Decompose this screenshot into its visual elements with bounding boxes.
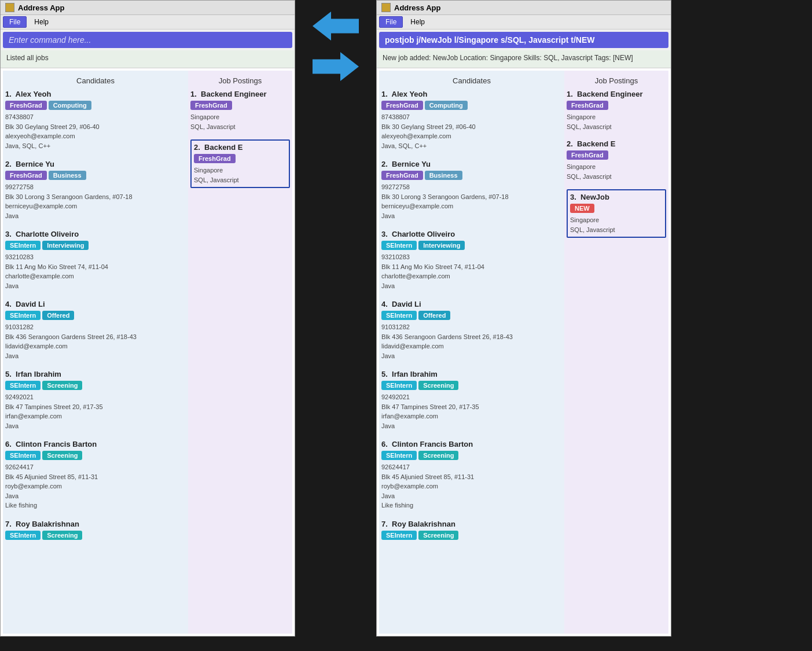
arrow-right-indicator bbox=[313, 52, 359, 81]
job-details: Singapore SQL, Javascript bbox=[567, 112, 666, 131]
candidate-item: 1. Alex Yeoh FreshGradComputing 87438807… bbox=[5, 90, 186, 150]
candidate-details: 91031282 Blk 436 Serangoon Gardens Stree… bbox=[381, 322, 562, 361]
right-candidates-col: Candidates 1. Alex Yeoh FreshGradComputi… bbox=[379, 71, 564, 634]
right-candidates-header: Candidates bbox=[381, 73, 562, 90]
job-tags: FreshGrad bbox=[567, 150, 666, 160]
tag-screening: Screening bbox=[418, 531, 458, 540]
tag-business: Business bbox=[49, 171, 86, 180]
candidate-item: 1. Alex Yeoh FreshGradComputing 87438807… bbox=[381, 90, 562, 150]
candidate-details: 87438807 Blk 30 Geylang Street 29, #06-4… bbox=[381, 112, 562, 150]
left-app-icon bbox=[5, 3, 14, 12]
arrow-area bbox=[295, 0, 376, 93]
candidate-details: 87438807 Blk 30 Geylang Street 29, #06-4… bbox=[5, 112, 186, 150]
tag-freshgrad: FreshGrad bbox=[381, 171, 423, 180]
tag-screening: Screening bbox=[42, 531, 82, 540]
candidate-name: 4. David Li bbox=[381, 300, 562, 308]
candidate-name: 1. Alex Yeoh bbox=[381, 90, 562, 98]
left-help-menu[interactable]: Help bbox=[28, 16, 55, 28]
tag-seintern: SEIntern bbox=[381, 311, 417, 320]
job-details: Singapore SQL, Javascript bbox=[194, 165, 286, 185]
tag-seintern: SEIntern bbox=[5, 531, 41, 540]
right-jobs-col: Job Postings 1. Backend Engineer FreshGr… bbox=[564, 71, 668, 634]
candidate-details: 99272758 Blk 30 Lorong 3 Serangoon Garde… bbox=[381, 182, 562, 220]
tag-seintern: SEIntern bbox=[5, 381, 41, 390]
job-item: 3. NewJob NEW Singapore SQL, Javascript bbox=[567, 189, 666, 238]
right-status-bar: New job added: NewJob Location: Singapor… bbox=[377, 50, 671, 68]
left-command-input[interactable] bbox=[9, 35, 286, 45]
candidate-tags: SEInternInterviewing bbox=[381, 241, 562, 250]
candidate-item: 3. Charlotte Oliveiro SEInternInterviewi… bbox=[5, 230, 186, 290]
job-name: 1. Backend Engineer bbox=[567, 90, 666, 98]
tag-seintern: SEIntern bbox=[381, 381, 417, 390]
left-arrow-icon bbox=[313, 12, 359, 41]
candidate-item: 5. Irfan Ibrahim SEInternScreening 92492… bbox=[5, 370, 186, 431]
candidate-tags: SEInternOffered bbox=[5, 311, 186, 320]
candidate-item: 6. Clinton Francis Barton SEInternScreen… bbox=[5, 440, 186, 510]
job-item: 2. Backend E FreshGrad Singapore SQL, Ja… bbox=[190, 139, 290, 188]
candidate-tags: SEInternScreening bbox=[5, 451, 186, 460]
candidate-item: 6. Clinton Francis Barton SEInternScreen… bbox=[381, 440, 562, 510]
tag-seintern: SEIntern bbox=[5, 311, 41, 320]
candidate-item: 4. David Li SEInternOffered 91031282 Blk… bbox=[381, 300, 562, 361]
left-jobs-list: 1. Backend Engineer FreshGrad Singapore … bbox=[190, 90, 290, 188]
job-item: 1. Backend Engineer FreshGrad Singapore … bbox=[190, 90, 290, 131]
tag-screening: Screening bbox=[42, 381, 82, 390]
job-tags: NEW bbox=[570, 204, 663, 213]
candidate-tags: SEInternScreening bbox=[381, 381, 562, 390]
candidate-name: 3. Charlotte Oliveiro bbox=[5, 230, 186, 238]
right-jobs-header: Job Postings bbox=[567, 73, 666, 90]
candidate-name: 5. Irfan Ibrahim bbox=[381, 370, 562, 378]
tag-interviewing: Interviewing bbox=[42, 241, 89, 250]
candidate-item: 4. David Li SEInternOffered 91031282 Blk… bbox=[5, 300, 186, 361]
main-container: Address App File Help Listed all jobs Ca… bbox=[0, 0, 812, 637]
candidate-tags: SEInternScreening bbox=[381, 451, 562, 460]
candidate-item: 3. Charlotte Oliveiro SEInternInterviewi… bbox=[381, 230, 562, 290]
tag-screening: Screening bbox=[42, 451, 82, 460]
job-name: 2. Backend E bbox=[567, 139, 666, 148]
candidate-details: 99272758 Blk 30 Lorong 3 Serangoon Garde… bbox=[5, 182, 186, 220]
left-title-bar: Address App bbox=[1, 1, 295, 15]
left-file-menu[interactable]: File bbox=[3, 16, 27, 28]
tag-computing: Computing bbox=[425, 101, 468, 110]
candidate-tags: SEInternScreening bbox=[5, 531, 186, 540]
job-item: 1. Backend Engineer FreshGrad Singapore … bbox=[567, 90, 666, 131]
tag-freshgrad: FreshGrad bbox=[567, 101, 608, 110]
left-status-bar: Listed all jobs bbox=[1, 50, 295, 68]
candidate-name: 6. Clinton Francis Barton bbox=[381, 440, 562, 448]
left-menu-bar: File Help bbox=[1, 15, 295, 30]
candidate-name: 3. Charlotte Oliveiro bbox=[381, 230, 562, 238]
left-jobs-header: Job Postings bbox=[190, 73, 290, 90]
candidate-tags: FreshGradBusiness bbox=[5, 171, 186, 180]
tag-seintern: SEIntern bbox=[5, 451, 41, 460]
tag-seintern: SEIntern bbox=[381, 241, 417, 250]
job-name: 2. Backend E bbox=[194, 143, 286, 152]
tag-seintern: SEIntern bbox=[381, 531, 417, 540]
candidate-name: 7. Roy Balakrishnan bbox=[381, 520, 562, 528]
candidate-name: 2. Bernice Yu bbox=[5, 160, 186, 168]
candidate-name: 7. Roy Balakrishnan bbox=[5, 520, 186, 528]
candidate-item: 7. Roy Balakrishnan SEInternScreening bbox=[381, 520, 562, 540]
right-file-menu[interactable]: File bbox=[379, 16, 403, 28]
tag-offered: Offered bbox=[418, 311, 450, 320]
job-name: 3. NewJob bbox=[570, 193, 663, 201]
tag-seintern: SEIntern bbox=[381, 451, 417, 460]
job-details: Singapore SQL, Javascript bbox=[567, 162, 666, 181]
right-status-text: New job added: NewJob Location: Singapor… bbox=[383, 54, 633, 62]
candidate-name: 4. David Li bbox=[5, 300, 186, 308]
right-command-input[interactable] bbox=[385, 35, 663, 45]
right-lists-area: Candidates 1. Alex Yeoh FreshGradComputi… bbox=[377, 68, 671, 636]
right-app-icon bbox=[381, 3, 391, 12]
candidate-details: 92624417 Blk 45 Aljunied Street 85, #11-… bbox=[5, 462, 186, 510]
tag-computing: Computing bbox=[49, 101, 91, 110]
candidate-tags: SEInternScreening bbox=[381, 531, 562, 540]
candidate-details: 92492021 Blk 47 Tampines Street 20, #17-… bbox=[5, 392, 186, 431]
tag-freshgrad: FreshGrad bbox=[567, 150, 608, 160]
left-app-title: Address App bbox=[18, 3, 64, 12]
right-candidates-list: 1. Alex Yeoh FreshGradComputing 87438807… bbox=[381, 90, 562, 540]
tag-screening: Screening bbox=[418, 451, 458, 460]
candidate-name: 1. Alex Yeoh bbox=[5, 90, 186, 98]
right-help-menu[interactable]: Help bbox=[404, 16, 431, 28]
candidate-tags: SEInternOffered bbox=[381, 311, 562, 320]
candidate-tags: SEInternInterviewing bbox=[5, 241, 186, 250]
job-name: 1. Backend Engineer bbox=[190, 90, 290, 98]
